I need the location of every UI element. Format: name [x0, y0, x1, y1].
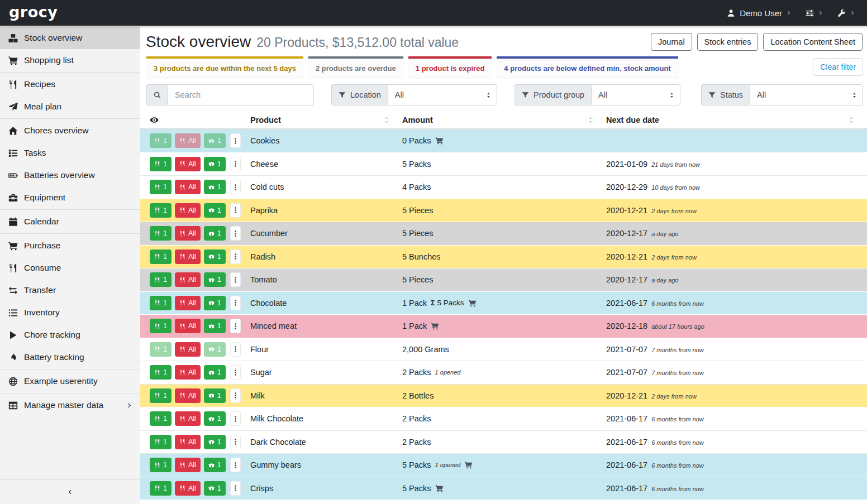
column-label-product[interactable]: Product	[250, 116, 281, 124]
sidebar-item-recipes[interactable]: Recipes	[0, 73, 140, 95]
open-one-button[interactable]: 1	[204, 180, 226, 194]
consume-one-button[interactable]: 1	[150, 411, 172, 426]
admin-menu[interactable]	[837, 9, 855, 17]
open-one-button[interactable]: 1	[204, 411, 226, 426]
row-menu-button[interactable]	[230, 249, 241, 264]
sidebar-item-transfer[interactable]: Transfer	[0, 279, 140, 301]
open-one-button[interactable]: 1	[204, 133, 226, 148]
product-name[interactable]: Chocolate	[250, 299, 402, 308]
open-one-button[interactable]: 1	[204, 388, 226, 403]
row-menu-button[interactable]	[230, 180, 241, 194]
user-menu[interactable]: Demo User	[727, 8, 791, 18]
sidebar-item-equipment[interactable]: Equipment	[0, 186, 140, 209]
status-banner[interactable]: 2 products are overdue	[308, 56, 403, 78]
sidebar-item-chores-overview[interactable]: Chores overview	[0, 119, 140, 142]
sidebar-item-battery-tracking[interactable]: Battery tracking	[0, 346, 140, 368]
sidebar-item-inventory[interactable]: Inventory	[0, 301, 140, 324]
consume-one-button[interactable]: 1	[150, 272, 172, 287]
consume-one-button[interactable]: 1	[150, 342, 172, 357]
sidebar-item-shopping-list[interactable]: Shopping list	[0, 49, 140, 71]
open-one-button[interactable]: 1	[204, 365, 226, 380]
consume-all-button[interactable]: All	[175, 319, 201, 333]
column-label-due[interactable]: Next due date	[606, 116, 659, 124]
row-menu-button[interactable]	[230, 342, 241, 357]
consume-all-button[interactable]: All	[175, 203, 201, 218]
consume-all-button[interactable]: All	[175, 481, 201, 496]
sidebar-item-manage-master-data[interactable]: Manage master data	[0, 394, 140, 416]
product-name[interactable]: Dark Chocolate	[250, 438, 402, 447]
open-one-button[interactable]: 1	[204, 157, 226, 171]
open-one-button[interactable]: 1	[204, 458, 226, 472]
open-one-button[interactable]: 1	[204, 319, 226, 333]
consume-all-button[interactable]: All	[175, 249, 201, 264]
sidebar-item-example-userentity[interactable]: Example userentity	[0, 370, 140, 392]
consume-all-button[interactable]: All	[175, 133, 201, 148]
consume-one-button[interactable]: 1	[150, 319, 172, 333]
eye-icon[interactable]	[150, 116, 159, 124]
sidebar-item-meal-plan[interactable]: Meal plan	[0, 95, 140, 118]
location-content-sheet-button[interactable]: Location Content Sheet	[763, 33, 863, 51]
row-menu-button[interactable]	[230, 319, 241, 333]
row-menu-button[interactable]	[230, 157, 241, 171]
sidebar-item-batteries-overview[interactable]: Batteries overview	[0, 164, 140, 186]
settings-menu[interactable]	[806, 9, 823, 17]
consume-one-button[interactable]: 1	[150, 435, 172, 449]
row-menu-button[interactable]	[230, 272, 241, 287]
product-name[interactable]: Gummy bears	[250, 460, 402, 469]
open-one-button[interactable]: 1	[204, 435, 226, 449]
product-name[interactable]: Cheese	[250, 160, 402, 169]
consume-one-button[interactable]: 1	[150, 388, 172, 403]
consume-one-button[interactable]: 1	[150, 249, 172, 264]
sort-icon[interactable]	[587, 116, 594, 124]
status-banner[interactable]: 1 product is expired	[408, 56, 492, 78]
status-select[interactable]: All	[750, 84, 863, 105]
sidebar-item-purchase[interactable]: Purchase	[0, 234, 140, 257]
search-input[interactable]	[168, 84, 314, 105]
consume-one-button[interactable]: 1	[150, 203, 172, 218]
consume-all-button[interactable]: All	[175, 458, 201, 472]
column-label-amount[interactable]: Amount	[402, 116, 433, 124]
consume-all-button[interactable]: All	[175, 388, 201, 403]
product-name[interactable]: Radish	[250, 252, 402, 261]
consume-all-button[interactable]: All	[175, 272, 201, 287]
row-menu-button[interactable]	[230, 133, 241, 148]
row-menu-button[interactable]	[230, 481, 241, 496]
open-one-button[interactable]: 1	[204, 272, 226, 287]
row-menu-button[interactable]	[230, 435, 241, 449]
open-one-button[interactable]: 1	[204, 296, 226, 310]
consume-all-button[interactable]: All	[175, 365, 201, 380]
sidebar-item-calendar[interactable]: Calendar	[0, 210, 140, 233]
product-name[interactable]: Cucumber	[250, 229, 402, 238]
product-name[interactable]: Cookies	[250, 136, 402, 145]
open-one-button[interactable]: 1	[204, 226, 226, 241]
sidebar-collapse-button[interactable]	[0, 479, 140, 504]
consume-one-button[interactable]: 1	[150, 133, 172, 148]
sidebar-item-stock-overview[interactable]: Stock overview	[0, 27, 140, 49]
product-name[interactable]: Minced meat	[250, 321, 402, 330]
row-menu-button[interactable]	[230, 388, 241, 403]
row-menu-button[interactable]	[230, 226, 241, 241]
product-name[interactable]: Sugar	[250, 368, 402, 377]
consume-one-button[interactable]: 1	[150, 296, 172, 310]
product-group-select[interactable]: All	[591, 84, 680, 105]
clear-filter-button[interactable]: Clear filter	[813, 58, 863, 76]
consume-one-button[interactable]: 1	[150, 458, 172, 472]
consume-one-button[interactable]: 1	[150, 226, 172, 241]
consume-all-button[interactable]: All	[175, 157, 201, 171]
location-select[interactable]: All	[388, 84, 497, 105]
product-name[interactable]: Cold cuts	[250, 183, 402, 191]
consume-all-button[interactable]: All	[175, 342, 201, 357]
consume-all-button[interactable]: All	[175, 180, 201, 194]
row-menu-button[interactable]	[230, 365, 241, 380]
row-menu-button[interactable]	[230, 411, 241, 426]
sort-icon[interactable]	[383, 116, 390, 124]
consume-one-button[interactable]: 1	[150, 180, 172, 194]
product-name[interactable]: Milk Chocolate	[250, 414, 402, 423]
open-one-button[interactable]: 1	[204, 203, 226, 218]
consume-all-button[interactable]: All	[175, 296, 201, 310]
row-menu-button[interactable]	[230, 203, 241, 218]
product-name[interactable]: Paprika	[250, 206, 402, 215]
product-name[interactable]: Flour	[250, 345, 402, 354]
open-one-button[interactable]: 1	[204, 249, 226, 264]
product-name[interactable]: Crisps	[250, 484, 402, 493]
